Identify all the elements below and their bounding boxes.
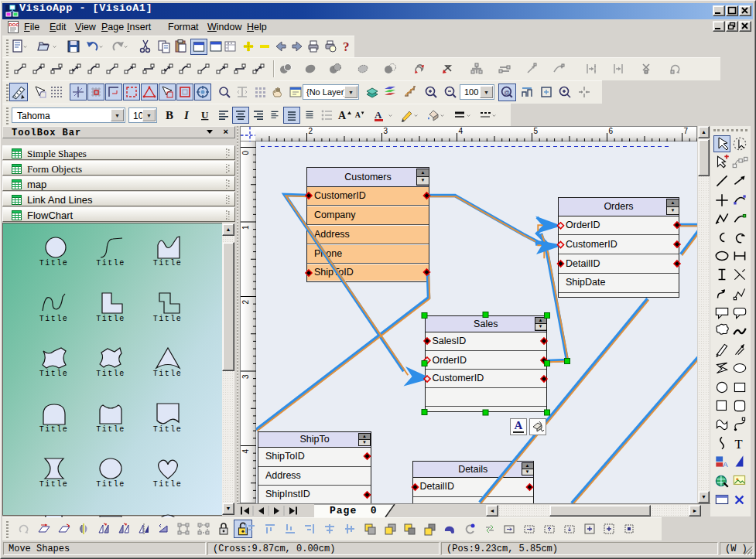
svg-text:?: ?	[343, 39, 350, 54]
svg-text:1: 1	[241, 225, 250, 230]
svg-text:@: @	[504, 89, 509, 96]
svg-text:3: 3	[241, 374, 250, 379]
svg-text:4: 4	[241, 449, 250, 454]
svg-text:A: A	[723, 460, 728, 469]
svg-text:5: 5	[534, 127, 539, 135]
svg-text:7: 7	[684, 127, 689, 135]
svg-text:DOC: DOC	[9, 22, 20, 27]
svg-text:T: T	[734, 437, 742, 452]
svg-text:I: I	[183, 109, 190, 121]
svg-text:3: 3	[384, 127, 388, 135]
svg-text:B: B	[166, 109, 173, 121]
svg-text:A: A	[375, 109, 382, 121]
svg-text:2: 2	[241, 300, 250, 305]
svg-text:A: A	[338, 110, 347, 121]
svg-text:4: 4	[459, 127, 464, 135]
svg-text:A: A	[355, 111, 361, 119]
svg-text:U: U	[201, 109, 209, 121]
svg-text:0: 0	[241, 151, 250, 155]
svg-text:6: 6	[609, 127, 614, 135]
svg-text:2: 2	[309, 127, 313, 135]
